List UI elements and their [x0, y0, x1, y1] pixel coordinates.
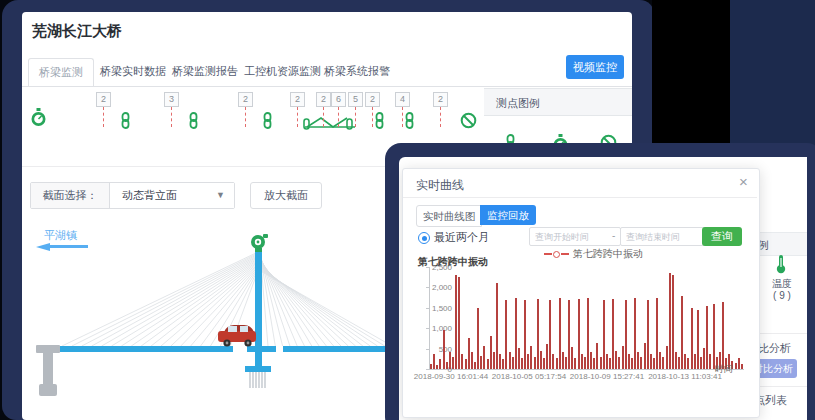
chart-bar [537, 299, 539, 369]
gauge-icon[interactable] [30, 108, 47, 131]
sensor-point[interactable] [245, 107, 246, 127]
chart-bar [565, 357, 567, 369]
sensor-count-badge: 5 [348, 92, 363, 107]
chart-bar [552, 354, 554, 369]
chart-bar [493, 352, 495, 369]
x-tick-label: 2018-10-09 15:27:41 [562, 372, 652, 381]
y-tick-label: 1,500 [392, 304, 452, 313]
sensor-point[interactable] [103, 107, 104, 127]
sensor-count-badge: 2 [316, 92, 331, 107]
chart-bar [666, 346, 668, 369]
sensor-point[interactable] [171, 107, 172, 127]
chart-bar [474, 362, 476, 369]
chart-bar [644, 343, 646, 369]
tab-ipc-resource[interactable]: 工控机资源监测 [244, 58, 321, 85]
chart-bar [530, 346, 532, 369]
chart-bar [446, 362, 448, 369]
bridge-deck [57, 346, 393, 352]
chart-bar [735, 363, 737, 369]
chart-bar [606, 354, 608, 370]
sensor-count-badge: 2 [238, 92, 253, 107]
sensor-count-badge: 2 [290, 92, 305, 107]
chart-bar [659, 352, 661, 369]
chart-bar [512, 357, 514, 369]
background-navy-area [730, 0, 815, 150]
sensor-point[interactable] [323, 107, 324, 127]
end-time-input[interactable] [620, 227, 712, 246]
tower-foundation [250, 372, 265, 388]
y-tick-label: 2,500 [392, 263, 452, 272]
chart-bar [546, 344, 548, 369]
chart-bar [524, 300, 526, 369]
chart-bar [603, 300, 605, 369]
video-monitor-button[interactable]: 视频监控 [566, 55, 624, 79]
chart-bar [628, 354, 630, 370]
close-icon[interactable]: × [739, 173, 748, 190]
direction-label: 平湖镇 [44, 228, 77, 243]
chart-bar [687, 358, 689, 369]
chart-bar [681, 296, 683, 369]
thermometer-icon[interactable] [775, 254, 787, 278]
legend-line-icon [561, 253, 569, 255]
tab-monitor-report[interactable]: 桥梁监测报告 [172, 58, 238, 85]
query-button[interactable]: 查询 [702, 227, 742, 246]
chain-icon[interactable] [261, 112, 274, 133]
range-separator: - [612, 230, 615, 241]
chart-bar [634, 298, 636, 369]
zoom-section-button[interactable]: 放大截面 [250, 182, 322, 209]
temperature-count: ( 9 ) [767, 290, 797, 301]
chain-icon[interactable] [373, 112, 386, 133]
tab-monitor-playback[interactable]: 监控回放 [480, 205, 536, 225]
car [218, 325, 256, 347]
chart-bar [672, 275, 674, 369]
chart-bar [571, 347, 573, 369]
legend-panel-title: 测点图例 [496, 97, 540, 109]
sensor-count-badge: 2 [433, 92, 448, 107]
chart-bar [468, 338, 470, 369]
chart-bar [449, 352, 451, 369]
camera-icon[interactable] [251, 234, 268, 252]
tab-realtime-curve[interactable]: 实时曲线图 [416, 205, 482, 227]
sensor-point[interactable] [338, 107, 339, 127]
chevron-down-icon: ▼ [216, 183, 225, 208]
divider [403, 197, 757, 198]
tab-bridge-monitor[interactable]: 桥梁监测 [28, 58, 94, 86]
ban-icon[interactable] [460, 112, 477, 133]
chart-bar [647, 300, 649, 369]
section-select-group: 截面选择： 动态背立面 ▼ [30, 182, 235, 209]
tab-realtime-data[interactable]: 桥梁实时数据 [100, 58, 166, 85]
chart-bar [625, 300, 627, 369]
chain-icon[interactable] [403, 112, 416, 133]
start-time-input[interactable] [529, 227, 621, 246]
sensor-point[interactable] [297, 107, 298, 127]
truss-icon[interactable] [303, 114, 359, 136]
y-tick-mark [426, 267, 430, 268]
sensor-point[interactable] [440, 107, 441, 127]
x-tick-label: 2018-09-30 16:01:44 [406, 372, 496, 381]
sensor-point[interactable] [355, 107, 356, 127]
chart-bar [722, 302, 724, 369]
sensor-count-badge: 3 [164, 92, 179, 107]
chain-icon[interactable] [187, 112, 200, 133]
chart-bar [590, 352, 592, 369]
tab-system-alarm[interactable]: 桥梁系统报警 [324, 58, 390, 85]
recent-two-months-radio[interactable] [418, 232, 430, 244]
chain-icon[interactable] [119, 112, 132, 133]
chart-bar [521, 358, 523, 369]
sensor-count-badge: 6 [331, 92, 346, 107]
chart-bar [640, 357, 642, 369]
x-tick-label: 2018-10-05 05:17:54 [484, 372, 574, 381]
y-tick-mark [426, 328, 430, 329]
sensor-count-badge: 2 [96, 92, 111, 107]
section-select[interactable]: 动态背立面 ▼ [110, 183, 234, 208]
chart-bar [480, 356, 482, 369]
legend-panel-header: 测点图例 [484, 88, 632, 116]
chart-bar [631, 358, 633, 369]
main-tabbar: 桥梁监测 桥梁实时数据 桥梁监测报告 工控机资源监测 桥梁系统报警 [22, 58, 632, 87]
bridge-cables [62, 252, 392, 346]
chart-bar [436, 365, 438, 369]
chart-bar [455, 275, 457, 369]
y-tick-mark [426, 287, 430, 288]
chart-bar [709, 354, 711, 370]
chart-bar [637, 352, 639, 369]
